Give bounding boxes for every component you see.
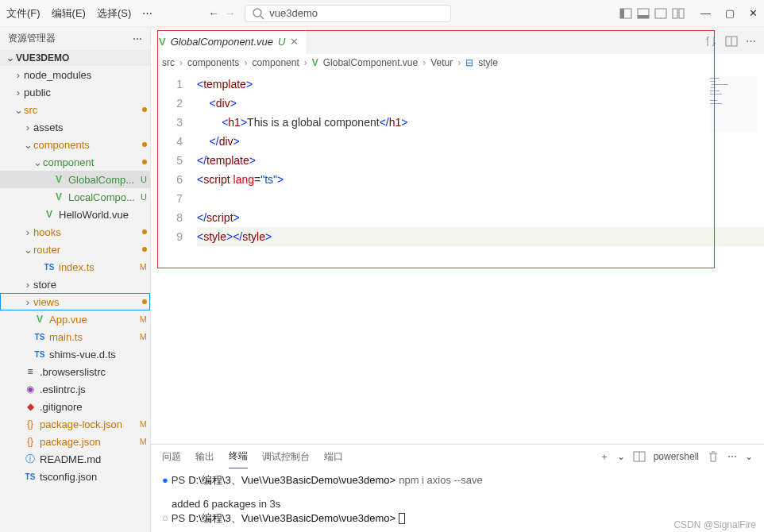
folder-row[interactable]: ›public — [0, 83, 150, 101]
minimize-icon[interactable]: — — [700, 7, 711, 19]
nav-back-icon[interactable]: ← — [208, 7, 218, 19]
editor-tab[interactable]: V GlobalComponent.vue U ✕ — [151, 29, 307, 54]
terminal-shell-name[interactable]: powershell — [654, 451, 699, 462]
split-icon[interactable] — [725, 35, 738, 48]
file-row[interactable]: ◆.gitignore — [0, 398, 150, 415]
terminal-more-icon[interactable]: ⋯ — [727, 451, 737, 462]
chevron-down-icon[interactable]: ⌄ — [617, 451, 625, 462]
breadcrumb[interactable]: src› components› component› V GlobalComp… — [151, 54, 764, 71]
folder-row[interactable]: ›assets — [0, 118, 150, 136]
style-icon: ⊟ — [465, 57, 473, 68]
panel-tab-terminal[interactable]: 终端 — [229, 445, 248, 468]
vue-icon: V — [159, 36, 166, 48]
file-row[interactable]: TSshims-vue.d.ts — [0, 345, 150, 363]
compare-icon[interactable] — [704, 35, 717, 48]
term-command: npm i axios --save — [399, 473, 482, 488]
bullet-icon: ○ — [162, 511, 168, 526]
svg-rect-6 — [655, 9, 666, 18]
menu-file[interactable]: 文件(F) — [6, 6, 41, 21]
folder-row[interactable]: ⌄components — [0, 136, 150, 153]
editor-area: V GlobalComponent.vue U ✕ ⋯ src› compone… — [151, 27, 764, 532]
file-row[interactable]: VHelloWorld.vue — [0, 206, 150, 223]
layout-right-icon[interactable] — [654, 7, 667, 20]
folder-row[interactable]: ›hooks — [0, 223, 150, 241]
nav-forward-icon[interactable]: → — [225, 7, 235, 19]
file-row[interactable]: TStsconfig.json — [0, 468, 150, 485]
folder-row[interactable]: ⌄src — [0, 101, 150, 118]
crumb[interactable]: components — [187, 57, 239, 68]
panel-tab-ports[interactable]: 端口 — [324, 445, 343, 468]
tab-git-status: U — [278, 36, 285, 48]
folder-row[interactable]: ›store — [0, 276, 150, 293]
menu-edit[interactable]: 编辑(E) — [52, 6, 86, 21]
folder-row[interactable]: ⌄router — [0, 241, 150, 258]
line-gutter: 123456789 — [151, 71, 191, 444]
crumb[interactable]: Vetur — [430, 57, 453, 68]
crumb[interactable]: component — [252, 57, 299, 68]
bottom-panel: 问题 输出 终端 调试控制台 端口 ＋ ⌄ powershell ⋯ ⌄ ● — [151, 444, 764, 532]
layout-grid-icon[interactable] — [672, 7, 685, 20]
chevron-down-icon[interactable]: ⌄ — [745, 451, 753, 462]
folder-row[interactable]: ›views — [0, 293, 150, 310]
code-content[interactable]: <template> <div> <h1>This is a global co… — [191, 71, 764, 444]
tab-bar: V GlobalComponent.vue U ✕ ⋯ — [151, 27, 764, 54]
file-row[interactable]: ◉.eslintrc.js — [0, 380, 150, 398]
file-row[interactable]: TSindex.tsM — [0, 258, 150, 276]
crumb[interactable]: src — [162, 57, 175, 68]
tab-more-icon[interactable]: ⋯ — [746, 35, 756, 48]
search-icon — [252, 7, 264, 20]
svg-line-1 — [260, 16, 264, 19]
maximize-icon[interactable]: ▢ — [725, 7, 735, 19]
tab-label: GlobalComponent.vue — [171, 36, 273, 48]
code-area[interactable]: 123456789 <template> <div> <h1>This is a… — [151, 71, 764, 444]
explorer-header: 资源管理器 ⋯ — [0, 27, 150, 50]
terminal-shell-icon[interactable] — [633, 450, 646, 463]
folder-row[interactable]: ⌄component — [0, 153, 150, 171]
file-row[interactable]: ⓘREADME.md — [0, 450, 150, 468]
search-box[interactable]: vue3demo — [245, 5, 451, 22]
explorer-title: 资源管理器 — [8, 32, 56, 45]
panel-tab-output[interactable]: 输出 — [195, 445, 214, 468]
close-icon[interactable]: ✕ — [749, 7, 758, 19]
file-row[interactable]: VLocalCompo...U — [0, 188, 150, 206]
sidebar: 资源管理器 ⋯ ⌄ VUE3DEMO ›node_modules›public⌄… — [0, 27, 151, 532]
file-row[interactable]: {}package-lock.jsonM — [0, 415, 150, 433]
term-path: D:\编程\3、Vue\Vue3BasicDemo\vue3demo> — [188, 511, 396, 526]
term-output: added 6 packages in 3s — [172, 497, 280, 511]
file-row[interactable]: ≡.browserslistrc — [0, 363, 150, 380]
tab-close-icon[interactable]: ✕ — [290, 36, 299, 48]
window-controls: — ▢ ✕ — [700, 7, 758, 19]
project-header[interactable]: ⌄ VUE3DEMO — [0, 50, 150, 66]
file-row[interactable]: VGlobalComp...U — [0, 171, 150, 188]
vue-icon: V — [312, 57, 318, 68]
file-tree[interactable]: ›node_modules›public⌄src›assets⌄componen… — [0, 66, 150, 532]
layout-left-icon[interactable] — [619, 7, 632, 20]
term-prefix: PS — [172, 473, 185, 488]
titlebar: 文件(F) 编辑(E) 选择(S) ⋯ ← → vue3demo — ▢ ✕ — [0, 0, 764, 27]
panel-tab-debug[interactable]: 调试控制台 — [262, 445, 310, 468]
explorer-more-icon[interactable]: ⋯ — [133, 33, 142, 44]
menu-group: 文件(F) 编辑(E) 选择(S) — [6, 6, 131, 21]
svg-rect-3 — [620, 9, 624, 18]
term-prefix: PS — [172, 511, 185, 526]
terminal-body[interactable]: ● PS D:\编程\3、Vue\Vue3BasicDemo\vue3demo>… — [151, 468, 764, 532]
svg-rect-5 — [638, 15, 649, 18]
terminal-new-icon[interactable]: ＋ — [600, 450, 609, 464]
chevron-down-icon: ⌄ — [5, 52, 16, 64]
crumb[interactable]: style — [478, 57, 498, 68]
minimap[interactable]: ▬▬▬▬ ▬▬ ▬▬▬▬▬▬▬ ▬▬▬▬▬▬▬▬▬▬▬▬▬▬▬▬▬▬▬ — [710, 76, 758, 132]
menu-more[interactable]: ⋯ — [142, 7, 152, 19]
file-row[interactable]: {}package.jsonM — [0, 433, 150, 450]
folder-row[interactable]: ›node_modules — [0, 66, 150, 83]
trash-icon[interactable] — [707, 450, 720, 463]
nav-arrows: ← → — [208, 7, 235, 19]
panel-tabs: 问题 输出 终端 调试控制台 端口 ＋ ⌄ powershell ⋯ ⌄ — [151, 445, 764, 468]
crumb[interactable]: GlobalComponent.vue — [323, 57, 418, 68]
file-row[interactable]: VApp.vueM — [0, 310, 150, 328]
layout-bottom-icon[interactable] — [637, 7, 650, 20]
panel-tab-problems[interactable]: 问题 — [162, 445, 181, 468]
layout-icons — [619, 7, 685, 20]
file-row[interactable]: TSmain.tsM — [0, 328, 150, 345]
project-name: VUE3DEMO — [16, 52, 69, 64]
menu-select[interactable]: 选择(S) — [97, 6, 131, 21]
